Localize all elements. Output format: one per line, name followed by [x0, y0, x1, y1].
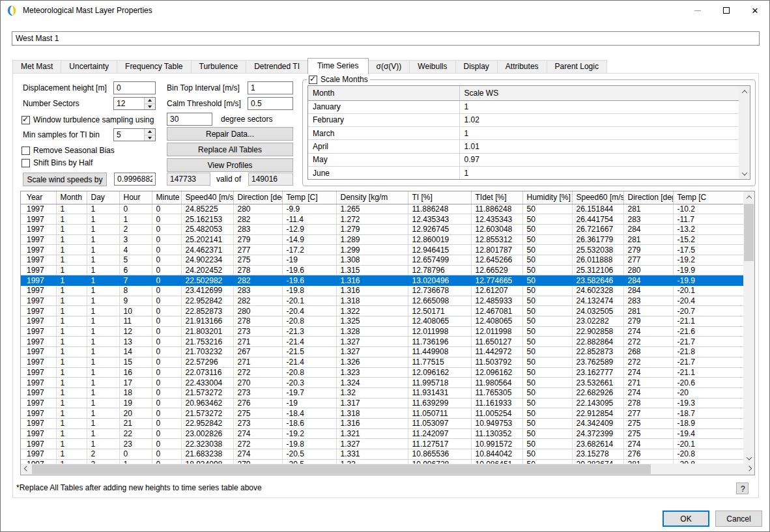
- tab-attributes[interactable]: Attributes: [497, 60, 547, 74]
- column-header[interactable]: Temp [C]: [282, 191, 336, 204]
- scale-month-row[interactable]: January1: [308, 100, 740, 113]
- column-header[interactable]: Temp [C: [673, 191, 743, 204]
- table-row[interactable]: 19971121022.952842273-18.61.31611.053097…: [21, 418, 743, 428]
- table-row[interactable]: 1997110024.85225280-9.91.26511.88624811.…: [21, 204, 743, 214]
- column-header[interactable]: Hour: [119, 191, 152, 204]
- column-header[interactable]: TIdet [%]: [471, 191, 522, 204]
- ok-button[interactable]: OK: [663, 511, 709, 527]
- tab-frequency-table[interactable]: Frequency Table: [117, 60, 192, 74]
- horizontal-scroll-thumb[interactable]: [32, 464, 651, 474]
- column-header[interactable]: Scale WS: [459, 86, 740, 100]
- scale-month-row[interactable]: March1: [308, 127, 740, 140]
- bin-top-interval-input[interactable]: [248, 81, 293, 94]
- tab-met-mast[interactable]: Met Mast: [12, 60, 61, 74]
- table-row[interactable]: 1997118023.412699283-19.81.31612.7366781…: [21, 286, 743, 296]
- scroll-left-button[interactable]: [21, 464, 32, 475]
- table-row[interactable]: 1997120021.683238274-20.51.33110.8655361…: [21, 449, 743, 460]
- column-header[interactable]: Direction [deg: [623, 191, 673, 204]
- table-row[interactable]: 1997117022.502982282-19.61.31613.0204961…: [21, 275, 743, 286]
- column-header[interactable]: Humidity [%]: [522, 191, 572, 204]
- tab-weibulls[interactable]: Weibulls: [409, 60, 455, 74]
- repair-data-button[interactable]: Repair Data...: [167, 127, 293, 141]
- scroll-right-button[interactable]: [743, 464, 754, 475]
- column-header[interactable]: TI [%]: [408, 191, 471, 204]
- tab-turbulence[interactable]: Turbulence: [191, 60, 247, 74]
- column-header[interactable]: Month: [56, 191, 87, 204]
- time-series-vertical-scrollbar[interactable]: [743, 191, 754, 464]
- table-row[interactable]: 19971111021.913166278-20.81.32512.408065…: [21, 316, 743, 327]
- scale-wind-speeds-value-input[interactable]: [114, 173, 156, 186]
- displacement-height-input[interactable]: [113, 81, 156, 94]
- table-row[interactable]: 1997116024.202452278-19.61.31512.7879612…: [21, 265, 743, 275]
- min-samples-down-button[interactable]: [145, 135, 155, 141]
- table-row[interactable]: 19971122023.002826274-19.21.32111.242097…: [21, 428, 743, 439]
- table-row[interactable]: 19971120021.573272275-18.41.31811.050711…: [21, 408, 743, 419]
- scale-months-scrollbar[interactable]: [739, 86, 750, 179]
- column-header[interactable]: Year: [21, 191, 56, 204]
- mast-name-input[interactable]: [12, 31, 760, 46]
- column-header[interactable]: Speed60 [m/s: [572, 191, 623, 204]
- view-profiles-button[interactable]: View Profiles: [167, 158, 293, 172]
- number-sectors-up-button[interactable]: [145, 98, 155, 104]
- tab--v-[interactable]: σ(σ(V)): [368, 60, 410, 74]
- scale-month-row[interactable]: April1.01: [308, 140, 740, 153]
- scroll-up-button[interactable]: [743, 191, 754, 203]
- table-row[interactable]: 1997119022.952842282-20.11.31812.6650981…: [21, 296, 743, 306]
- column-header[interactable]: Minute: [152, 191, 181, 204]
- table-row[interactable]: 1997111025.162153282-11.41.27212.4353431…: [21, 214, 743, 225]
- cancel-button[interactable]: Cancel: [715, 511, 762, 527]
- maximize-button[interactable]: [712, 1, 741, 20]
- table-cell: 1.321: [336, 428, 408, 439]
- scale-wind-speeds-button[interactable]: Scale wind speeds by: [23, 173, 107, 186]
- time-series-horizontal-scrollbar[interactable]: [21, 464, 754, 475]
- table-row[interactable]: 1997113025.202141279-14.91.28912.8600191…: [21, 234, 743, 245]
- tab-parent-logic[interactable]: Parent Logic: [547, 60, 607, 74]
- calm-threshold-input[interactable]: [248, 97, 293, 110]
- column-header[interactable]: Density [kg/m: [336, 191, 408, 204]
- min-samples-input[interactable]: [114, 129, 144, 141]
- column-header[interactable]: Speed40 [m/s: [181, 191, 233, 204]
- degree-sectors-input[interactable]: [167, 113, 212, 126]
- table-row[interactable]: 1997114024.462371277-17.21.29912.9464151…: [21, 245, 743, 255]
- table-cell: 1.299: [336, 245, 408, 255]
- min-samples-up-button[interactable]: [145, 129, 155, 135]
- vertical-scroll-thumb[interactable]: [744, 204, 754, 261]
- scale-months-checkbox[interactable]: Scale Months: [309, 75, 368, 84]
- scroll-down-button[interactable]: [739, 168, 750, 179]
- tab-detrended-ti[interactable]: Detrended TI: [246, 60, 308, 74]
- number-sectors-input[interactable]: [114, 98, 144, 109]
- replace-all-tables-button[interactable]: Replace All Tables: [167, 143, 293, 156]
- table-row[interactable]: 19971113021.753216271-21.41.32711.736196…: [21, 337, 743, 347]
- column-header[interactable]: Direction [deg: [233, 191, 282, 204]
- tab-uncertainty[interactable]: Uncertainty: [61, 60, 117, 74]
- window-turbulence-checkbox[interactable]: Window turbulence sampling using: [21, 115, 154, 124]
- chevron-down-icon: [746, 455, 751, 460]
- table-row[interactable]: 19971114021.703232267-21.51.32711.449908…: [21, 347, 743, 357]
- scale-month-row[interactable]: February1.02: [308, 113, 740, 126]
- table-row[interactable]: 19971116022.073116272-20.81.32312.096162…: [21, 367, 743, 378]
- tab-display[interactable]: Display: [455, 60, 498, 74]
- close-button[interactable]: ✕: [741, 1, 769, 20]
- scroll-down-button[interactable]: [743, 453, 754, 464]
- shift-bins-checkbox[interactable]: Shift Bins by Half: [21, 158, 93, 167]
- table-row[interactable]: 1997112025.482053283-12.91.27912.9267451…: [21, 224, 743, 234]
- scale-month-row[interactable]: June1: [308, 166, 740, 179]
- minimize-button[interactable]: [683, 1, 712, 20]
- tab-time-series[interactable]: Time Series: [307, 58, 369, 74]
- column-header[interactable]: Month: [308, 86, 459, 100]
- table-row[interactable]: 19971119020.963462276-191.31711.63929911…: [21, 398, 743, 408]
- scale-month-row[interactable]: May0.97: [308, 153, 740, 166]
- table-row[interactable]: 1997121018.934098279-20.51.3310.90672810…: [21, 459, 743, 464]
- table-row[interactable]: 19971115022.57296271-21.41.32611.7751511…: [21, 357, 743, 367]
- table-row[interactable]: 19971112021.803201273-21.31.32812.011998…: [21, 326, 743, 337]
- table-row[interactable]: 19971118021.573272273-19.71.3211.9314311…: [21, 387, 743, 398]
- table-row[interactable]: 19971117022.433004270-20.31.32411.995718…: [21, 378, 743, 388]
- remove-seasonal-bias-checkbox[interactable]: Remove Seasonal Bias: [21, 146, 115, 155]
- table-row[interactable]: 19971110022.852873280-20.41.32212.501711…: [21, 306, 743, 316]
- table-row[interactable]: 19971123022.323038272-19.81.32711.127517…: [21, 439, 743, 449]
- number-sectors-down-button[interactable]: [145, 104, 155, 110]
- table-row[interactable]: 1997115024.902234275-191.30812.65749912.…: [21, 255, 743, 265]
- help-button[interactable]: ?: [736, 483, 749, 494]
- column-header[interactable]: Day: [87, 191, 119, 204]
- scroll-up-button[interactable]: [739, 86, 750, 97]
